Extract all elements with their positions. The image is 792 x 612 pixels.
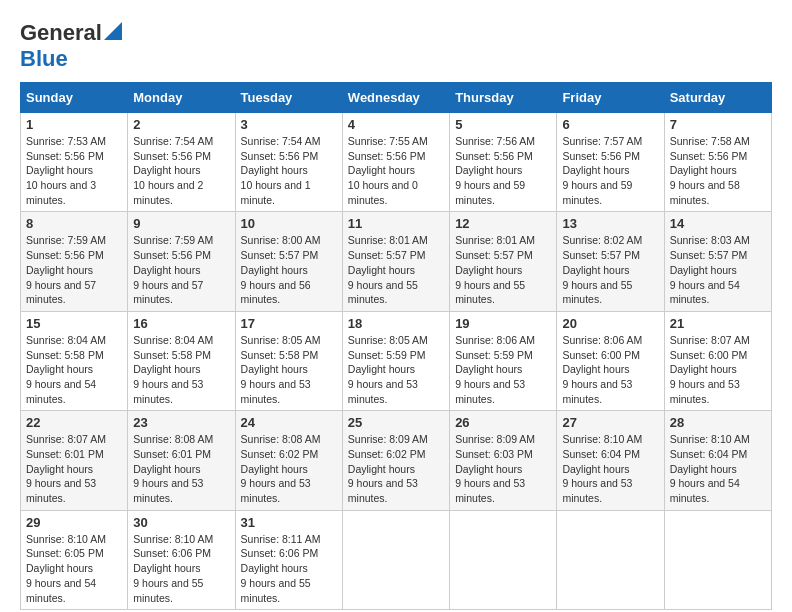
weekday-header-sunday: Sunday xyxy=(21,83,128,113)
daylight-label: Daylight hours xyxy=(562,463,629,475)
day-number: 26 xyxy=(455,415,551,430)
day-info: Sunrise: 8:05 AM Sunset: 5:59 PM Dayligh… xyxy=(348,333,444,406)
day-info: Sunrise: 8:07 AM Sunset: 6:00 PM Dayligh… xyxy=(670,333,766,406)
sunset-label: Sunset: 6:01 PM xyxy=(133,448,211,460)
sunrise-label: Sunrise: 8:04 AM xyxy=(133,334,213,346)
calendar-week-2: 8 Sunrise: 7:59 AM Sunset: 5:56 PM Dayli… xyxy=(21,212,772,311)
calendar-table: SundayMondayTuesdayWednesdayThursdayFrid… xyxy=(20,82,772,610)
calendar-cell xyxy=(342,510,449,609)
day-number: 1 xyxy=(26,117,122,132)
day-info: Sunrise: 7:53 AM Sunset: 5:56 PM Dayligh… xyxy=(26,134,122,207)
day-number: 30 xyxy=(133,515,229,530)
daylight-label: Daylight hours xyxy=(348,363,415,375)
sunrise-label: Sunrise: 8:06 AM xyxy=(455,334,535,346)
sunset-label: Sunset: 5:59 PM xyxy=(455,349,533,361)
calendar-cell: 30 Sunrise: 8:10 AM Sunset: 6:06 PM Dayl… xyxy=(128,510,235,609)
day-info: Sunrise: 7:59 AM Sunset: 5:56 PM Dayligh… xyxy=(26,233,122,306)
daylight-value: 9 hours and 53 minutes. xyxy=(133,477,203,504)
calendar-header-row: SundayMondayTuesdayWednesdayThursdayFrid… xyxy=(21,83,772,113)
daylight-value: 9 hours and 55 minutes. xyxy=(348,279,418,306)
calendar-cell: 22 Sunrise: 8:07 AM Sunset: 6:01 PM Dayl… xyxy=(21,411,128,510)
svg-marker-0 xyxy=(104,22,122,40)
calendar-cell: 15 Sunrise: 8:04 AM Sunset: 5:58 PM Dayl… xyxy=(21,311,128,410)
daylight-value: 9 hours and 55 minutes. xyxy=(133,577,203,604)
logo: General Blue xyxy=(20,20,122,72)
daylight-value: 9 hours and 53 minutes. xyxy=(562,378,632,405)
daylight-value: 9 hours and 53 minutes. xyxy=(455,378,525,405)
day-number: 13 xyxy=(562,216,658,231)
day-info: Sunrise: 8:02 AM Sunset: 5:57 PM Dayligh… xyxy=(562,233,658,306)
day-number: 31 xyxy=(241,515,337,530)
sunset-label: Sunset: 6:02 PM xyxy=(241,448,319,460)
weekday-header-wednesday: Wednesday xyxy=(342,83,449,113)
calendar-cell: 23 Sunrise: 8:08 AM Sunset: 6:01 PM Dayl… xyxy=(128,411,235,510)
daylight-value: 9 hours and 53 minutes. xyxy=(241,378,311,405)
daylight-value: 9 hours and 55 minutes. xyxy=(562,279,632,306)
day-number: 10 xyxy=(241,216,337,231)
daylight-label: Daylight hours xyxy=(455,363,522,375)
day-info: Sunrise: 8:09 AM Sunset: 6:03 PM Dayligh… xyxy=(455,432,551,505)
daylight-label: Daylight hours xyxy=(133,164,200,176)
logo-blue-text: Blue xyxy=(20,46,68,71)
daylight-value: 10 hours and 1 minute. xyxy=(241,179,311,206)
sunset-label: Sunset: 5:58 PM xyxy=(133,349,211,361)
day-number: 15 xyxy=(26,316,122,331)
daylight-label: Daylight hours xyxy=(241,264,308,276)
calendar-cell: 4 Sunrise: 7:55 AM Sunset: 5:56 PM Dayli… xyxy=(342,113,449,212)
daylight-value: 9 hours and 53 minutes. xyxy=(562,477,632,504)
calendar-cell: 11 Sunrise: 8:01 AM Sunset: 5:57 PM Dayl… xyxy=(342,212,449,311)
weekday-header-friday: Friday xyxy=(557,83,664,113)
daylight-value: 9 hours and 57 minutes. xyxy=(26,279,96,306)
sunrise-label: Sunrise: 8:10 AM xyxy=(133,533,213,545)
daylight-value: 9 hours and 54 minutes. xyxy=(670,477,740,504)
sunrise-label: Sunrise: 8:08 AM xyxy=(133,433,213,445)
sunset-label: Sunset: 6:01 PM xyxy=(26,448,104,460)
sunset-label: Sunset: 5:56 PM xyxy=(670,150,748,162)
sunrise-label: Sunrise: 8:10 AM xyxy=(26,533,106,545)
day-number: 4 xyxy=(348,117,444,132)
sunrise-label: Sunrise: 8:06 AM xyxy=(562,334,642,346)
calendar-cell: 12 Sunrise: 8:01 AM Sunset: 5:57 PM Dayl… xyxy=(450,212,557,311)
sunrise-label: Sunrise: 8:05 AM xyxy=(348,334,428,346)
sunrise-label: Sunrise: 8:07 AM xyxy=(26,433,106,445)
day-info: Sunrise: 8:10 AM Sunset: 6:04 PM Dayligh… xyxy=(670,432,766,505)
sunrise-label: Sunrise: 7:58 AM xyxy=(670,135,750,147)
logo-icon xyxy=(104,22,122,40)
day-number: 12 xyxy=(455,216,551,231)
sunset-label: Sunset: 6:03 PM xyxy=(455,448,533,460)
day-info: Sunrise: 8:08 AM Sunset: 6:01 PM Dayligh… xyxy=(133,432,229,505)
daylight-value: 9 hours and 53 minutes. xyxy=(455,477,525,504)
sunrise-label: Sunrise: 8:01 AM xyxy=(348,234,428,246)
daylight-label: Daylight hours xyxy=(455,264,522,276)
day-number: 20 xyxy=(562,316,658,331)
sunset-label: Sunset: 5:59 PM xyxy=(348,349,426,361)
daylight-label: Daylight hours xyxy=(133,264,200,276)
daylight-value: 9 hours and 54 minutes. xyxy=(26,577,96,604)
day-info: Sunrise: 8:11 AM Sunset: 6:06 PM Dayligh… xyxy=(241,532,337,605)
daylight-label: Daylight hours xyxy=(670,264,737,276)
day-number: 8 xyxy=(26,216,122,231)
sunset-label: Sunset: 5:56 PM xyxy=(455,150,533,162)
daylight-value: 9 hours and 55 minutes. xyxy=(241,577,311,604)
daylight-value: 9 hours and 59 minutes. xyxy=(455,179,525,206)
sunset-label: Sunset: 5:57 PM xyxy=(670,249,748,261)
daylight-label: Daylight hours xyxy=(26,264,93,276)
sunset-label: Sunset: 5:57 PM xyxy=(241,249,319,261)
daylight-label: Daylight hours xyxy=(26,363,93,375)
daylight-label: Daylight hours xyxy=(133,463,200,475)
daylight-label: Daylight hours xyxy=(241,164,308,176)
calendar-cell: 6 Sunrise: 7:57 AM Sunset: 5:56 PM Dayli… xyxy=(557,113,664,212)
sunset-label: Sunset: 6:00 PM xyxy=(670,349,748,361)
day-info: Sunrise: 7:54 AM Sunset: 5:56 PM Dayligh… xyxy=(133,134,229,207)
daylight-label: Daylight hours xyxy=(348,264,415,276)
day-info: Sunrise: 8:06 AM Sunset: 5:59 PM Dayligh… xyxy=(455,333,551,406)
sunrise-label: Sunrise: 8:09 AM xyxy=(348,433,428,445)
calendar-cell: 13 Sunrise: 8:02 AM Sunset: 5:57 PM Dayl… xyxy=(557,212,664,311)
weekday-header-monday: Monday xyxy=(128,83,235,113)
daylight-label: Daylight hours xyxy=(670,363,737,375)
sunset-label: Sunset: 5:56 PM xyxy=(133,150,211,162)
day-info: Sunrise: 8:08 AM Sunset: 6:02 PM Dayligh… xyxy=(241,432,337,505)
calendar-cell: 1 Sunrise: 7:53 AM Sunset: 5:56 PM Dayli… xyxy=(21,113,128,212)
calendar-cell xyxy=(664,510,771,609)
calendar-cell: 21 Sunrise: 8:07 AM Sunset: 6:00 PM Dayl… xyxy=(664,311,771,410)
